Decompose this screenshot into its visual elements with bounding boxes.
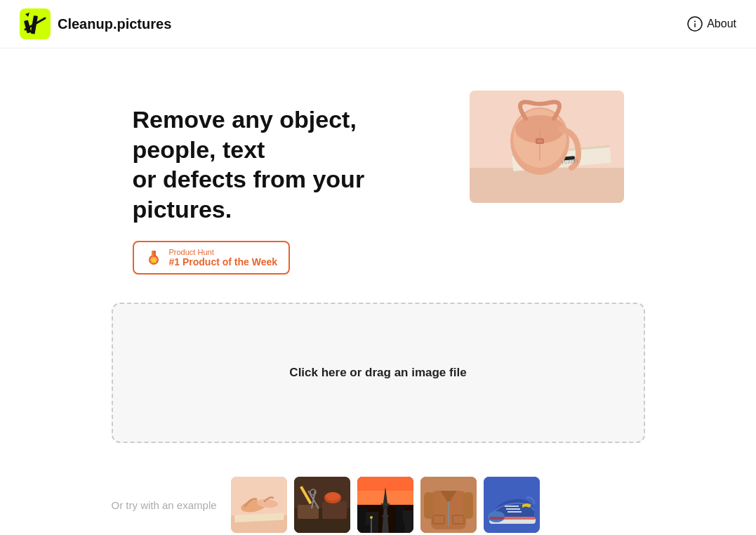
product-hunt-rank: #1 Product of the Week (169, 256, 278, 268)
logo-text: Cleanup.pictures (58, 16, 171, 32)
hero-title: Remove any object, people, text or defec… (133, 105, 427, 224)
info-icon (687, 16, 703, 32)
drop-zone[interactable]: Click here or drag an image file (112, 303, 645, 443)
examples-images (231, 477, 540, 533)
examples-label: Or try with an example (112, 499, 217, 511)
about-label: About (707, 18, 736, 30)
product-hunt-badge[interactable]: Product Hunt #1 Product of the Week (133, 241, 291, 275)
svg-rect-5 (694, 23, 696, 27)
svg-point-51 (370, 516, 373, 519)
svg-rect-10 (152, 251, 154, 257)
svg-rect-32 (322, 501, 347, 519)
svg-rect-59 (424, 492, 434, 519)
svg-rect-49 (382, 515, 389, 517)
svg-point-53 (401, 522, 405, 533)
logo-icon (20, 8, 51, 39)
example-image-4[interactable] (420, 477, 477, 533)
svg-rect-48 (381, 503, 390, 506)
examples-section: Or try with an example (112, 477, 645, 533)
svg-rect-67 (489, 517, 536, 520)
logo[interactable]: Cleanup.pictures (20, 8, 171, 39)
svg-point-52 (366, 524, 370, 533)
example-image-5[interactable] (484, 477, 540, 533)
svg-rect-22 (537, 140, 543, 143)
product-hunt-label: Product Hunt (169, 248, 278, 256)
example-image-3[interactable] (357, 477, 413, 533)
hero-image-svg: YUZEFI (470, 91, 624, 203)
example-image-2[interactable] (294, 477, 350, 533)
about-link[interactable]: About (687, 16, 736, 32)
hero-section: Remove any object, people, text or defec… (80, 91, 677, 275)
hero-preview-image: YUZEFI (470, 91, 624, 203)
svg-point-4 (694, 21, 696, 22)
svg-point-37 (326, 492, 340, 501)
svg-rect-60 (463, 492, 473, 519)
drop-zone-text: Click here or drag an image file (289, 366, 466, 380)
svg-rect-31 (298, 505, 319, 519)
hero-left: Remove any object, people, text or defec… (133, 91, 427, 275)
product-hunt-text: Product Hunt #1 Product of the Week (169, 248, 278, 268)
example-image-1[interactable] (231, 477, 287, 533)
medal-icon (145, 249, 162, 266)
